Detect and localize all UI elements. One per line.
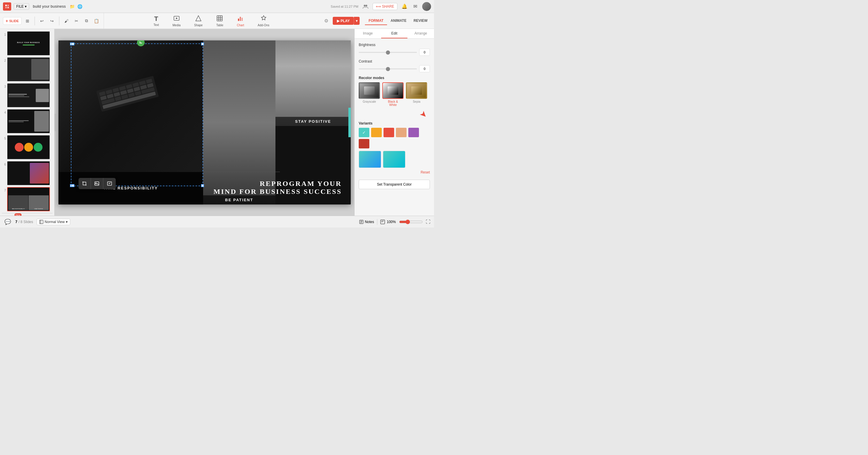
variant-color-1[interactable]: ✓: [359, 128, 369, 137]
media-tool[interactable]: Media: [170, 14, 183, 28]
cut-button[interactable]: ✂: [72, 17, 81, 25]
zoom-slider[interactable]: [399, 220, 423, 224]
slide-art-left: [58, 40, 203, 172]
play-button[interactable]: ▶ PLAY: [333, 17, 354, 25]
brightness-label: Brightness: [359, 43, 430, 47]
media-label: Media: [173, 24, 180, 27]
set-transparent-color-button[interactable]: Set Transparent Color: [359, 180, 430, 189]
shape-tool[interactable]: Shape: [192, 14, 205, 28]
svg-point-4: [364, 5, 366, 6]
fullscreen-icon[interactable]: ⛶: [426, 219, 430, 225]
canvas-area[interactable]: TAKE RESPONSIBILITY BE PATIENT STAY POSI…: [55, 29, 354, 216]
arrow-indicator: ➤: [418, 108, 430, 120]
recolor-blackwhite[interactable]: Black &White: [382, 82, 404, 106]
variant-thumb-2[interactable]: [383, 151, 405, 168]
reset-container: Reset: [359, 170, 430, 174]
slide-thumbnail-3[interactable]: 3: [2, 83, 53, 107]
svg-rect-3: [7, 7, 9, 8]
undo-button[interactable]: ↩: [38, 17, 46, 25]
slide-thumbnail-4[interactable]: 4: [2, 109, 53, 133]
play-dropdown-button[interactable]: ▾: [354, 17, 360, 25]
brightness-slider[interactable]: [359, 52, 417, 53]
plus-icon: +: [6, 19, 8, 23]
text-tool[interactable]: T Text: [151, 14, 161, 28]
play-icon: ▶: [337, 19, 340, 23]
variant-color-5[interactable]: [408, 128, 419, 137]
contrast-label: Contrast: [359, 59, 430, 63]
add-slide-button[interactable]: + SLIDE: [3, 17, 22, 25]
format-painter-button[interactable]: 🖌: [62, 17, 70, 25]
recolor-sepia[interactable]: Sepia: [406, 82, 427, 106]
user-avatar[interactable]: [422, 2, 431, 11]
recolor-grayscale-label: Grayscale: [363, 100, 376, 103]
table-icon: [216, 15, 223, 23]
slide-image-3: [7, 83, 50, 107]
right-panel-content: Brightness 0 Contrast 0 Recolor modes: [354, 39, 434, 216]
redo-button[interactable]: ↪: [48, 17, 56, 25]
share-label: SHARE: [382, 4, 394, 8]
share-button[interactable]: ⟺ SHARE: [373, 3, 397, 10]
view-mode-button[interactable]: Normal View ▾: [37, 219, 70, 225]
tab-image[interactable]: Image: [354, 29, 381, 38]
chart-tool[interactable]: Chart: [235, 14, 246, 28]
tab-arrange[interactable]: Arrange: [407, 29, 434, 38]
slide-image-4: [7, 109, 50, 133]
variant-thumb-1[interactable]: [359, 151, 381, 168]
text-label: Text: [154, 23, 159, 27]
file-menu-button[interactable]: FILE ▾: [13, 3, 29, 10]
chart-label: Chart: [237, 24, 244, 27]
gallery-replace-button[interactable]: [103, 178, 116, 189]
reset-button[interactable]: Reset: [421, 170, 430, 174]
copy-button[interactable]: ⧉: [82, 17, 91, 25]
image-button[interactable]: [91, 178, 103, 189]
users-icon[interactable]: [361, 2, 370, 11]
variants-colors-row: ✓: [359, 128, 430, 149]
context-toolbar: [79, 178, 116, 189]
slide-thumbnail-2[interactable]: 2: [2, 57, 53, 82]
slide-thumbnail-6[interactable]: 6: [2, 161, 53, 185]
mail-icon[interactable]: ✉: [411, 2, 419, 11]
svg-rect-0: [5, 5, 7, 6]
recolor-bw-thumb: [382, 82, 404, 99]
variant-color-3[interactable]: [383, 128, 394, 137]
tab-review[interactable]: REVIEW: [410, 17, 431, 25]
variant-color-2[interactable]: [371, 128, 382, 137]
slide-thumbnail-1[interactable]: 1 BUILD YOUR BUSINESS: [2, 31, 53, 56]
notes-button[interactable]: Notes: [359, 220, 374, 224]
recolor-grayscale[interactable]: Grayscale: [359, 82, 380, 106]
top-right-icons: 🔔 ✉: [400, 2, 419, 11]
folder-icon[interactable]: 📁: [69, 4, 75, 9]
toolbar-right: ⚙ ▶ PLAY ▾ FORMAT ANIMATE REVIEW: [319, 17, 434, 25]
slide-image-5: [7, 135, 50, 159]
paste-button[interactable]: 📋: [92, 17, 101, 25]
layout-button[interactable]: ⊞: [23, 17, 32, 25]
tab-format[interactable]: FORMAT: [365, 17, 387, 25]
recolor-sepia-label: Sepia: [413, 100, 421, 103]
bell-icon[interactable]: 🔔: [400, 2, 409, 11]
svg-rect-9: [217, 15, 222, 21]
variant-color-6[interactable]: [359, 139, 369, 149]
contrast-slider[interactable]: [359, 68, 417, 69]
slide-thumbnail-7[interactable]: 7 TAKE RESPONSIBILITY STAY POSITIVE: [2, 187, 53, 211]
tab-edit[interactable]: Edit: [381, 29, 408, 38]
table-tool[interactable]: Table: [214, 14, 225, 28]
slide-image-1: BUILD YOUR BUSINESS: [7, 31, 50, 56]
addons-label: Add-Ons: [258, 24, 269, 27]
chat-icon[interactable]: 💬: [4, 218, 12, 226]
tab-animate[interactable]: ANIMATE: [387, 17, 410, 25]
globe-icon[interactable]: 🌐: [77, 4, 83, 9]
main-area: 1 BUILD YOUR BUSINESS 2 3: [0, 29, 434, 216]
toolbar-left: + SLIDE ⊞ ↩ ↪ 🖌 ✂ ⧉ 📋: [0, 13, 104, 29]
variant-color-4[interactable]: [396, 128, 407, 137]
slide-thumbnail-5[interactable]: 5: [2, 135, 53, 159]
resize-handle[interactable]: [55, 113, 56, 131]
svg-rect-2: [5, 7, 7, 8]
chevron-down-icon: ▾: [25, 4, 27, 8]
addons-tool[interactable]: Add-Ons: [255, 14, 272, 28]
recolor-grayscale-thumb: [359, 82, 380, 99]
slide-image-2: [7, 57, 50, 82]
variants-section-title: Variants: [359, 121, 430, 125]
top-bar-right: Saved at 11:27 PM ⟺ SHARE 🔔 ✉: [331, 2, 431, 11]
settings-icon[interactable]: ⚙: [322, 17, 330, 25]
crop-button[interactable]: [79, 178, 91, 189]
